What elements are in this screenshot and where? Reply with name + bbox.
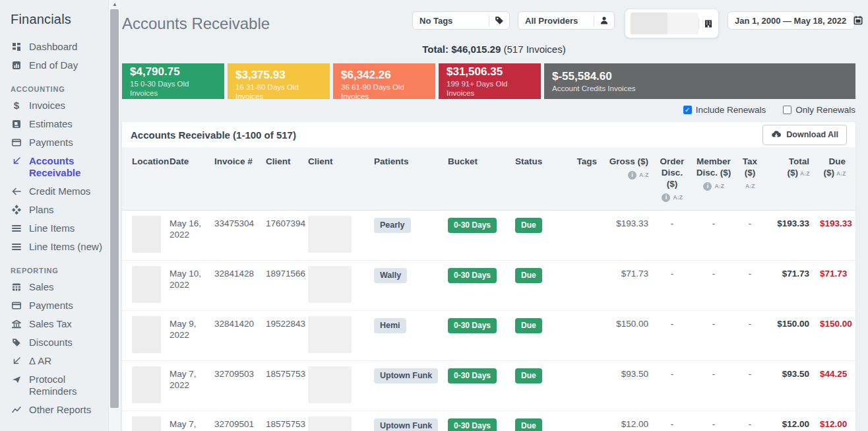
bank-icon [11, 318, 22, 330]
sidebar-item-sales[interactable]: Sales [11, 278, 104, 296]
patient-chip[interactable]: Uptown Funk [374, 368, 438, 383]
sidebar-item-credit-memos[interactable]: Credit Memos [11, 182, 104, 201]
column-header-due[interactable]: Due ($)A↓Z [815, 147, 855, 211]
column-label: Bucket [448, 156, 478, 166]
card-amount: $4,790.75 [130, 65, 216, 79]
table-row[interactable]: May 9, 20223284142019522843Hemi0-30 Days… [122, 311, 855, 361]
patient-chip[interactable]: Uptown Funk [374, 418, 438, 431]
sort-az-icon[interactable]: A↓Z [714, 181, 724, 192]
table-row[interactable]: May 7, 20223270950318575753Uptown Funk0-… [122, 361, 855, 411]
sidebar-item-accounts-receivable[interactable]: Accounts Receivable [11, 152, 104, 182]
sidebar-item-end-of-day[interactable]: End of Day [11, 56, 104, 75]
card-91-plus-days[interactable]: $31,506.35 199 91+ Days Old Invoices [439, 63, 541, 99]
sidebar-item-dashboard[interactable]: Dashboard [11, 38, 104, 56]
cell-invoice-number: 32841428 [209, 261, 261, 311]
table-row[interactable]: May 7, 20223270950118575753Uptown Funk0-… [122, 411, 855, 431]
table-row[interactable]: May 16, 20223347530417607394Pearly0-30 D… [122, 211, 855, 261]
date-range-picker[interactable]: Jan 1, 2000 — May 18, 2022 [728, 11, 855, 30]
sort-az-icon[interactable]: A↓Z [836, 170, 846, 177]
column-header-total[interactable]: Total ($)A↓Z [763, 147, 815, 211]
sidebar-item-ar[interactable]: Δ AR [11, 352, 104, 370]
sidebar-item-payments[interactable]: Payments [11, 296, 104, 315]
download-all-button[interactable]: Download All [762, 125, 847, 145]
sort-az-icon[interactable]: A↓Z [800, 170, 809, 177]
sidebar-item-label: Line Items (new) [29, 241, 102, 253]
column-label: Tags [576, 156, 597, 166]
status-badge: Due [515, 268, 542, 283]
sidebar-item-line-items-new[interactable]: Line Items (new) [11, 238, 104, 256]
redacted-location-text [667, 13, 698, 34]
checkbox-checked-icon[interactable]: ✓ [683, 106, 692, 114]
cell-total: $93.50 [763, 361, 815, 411]
cell-invoice-number: 32841420 [209, 311, 261, 361]
sidebar-item-other-reports[interactable]: Other Reports [11, 401, 104, 419]
card-label: 15 0-30 Days Old Invoices [130, 79, 216, 98]
column-header-order-disc[interactable]: Order Disc. ($)iA↓Z [654, 147, 691, 211]
checkbox-unchecked-icon[interactable] [783, 106, 791, 114]
sidebar-item-plans[interactable]: Plans [11, 201, 104, 219]
sidebar-item-label: Other Reports [29, 404, 91, 416]
page-title: Accounts Receivable [122, 15, 270, 33]
cell-due: $44.25 [815, 361, 855, 411]
column-header-invoice: Invoice # [209, 147, 261, 211]
redacted-location-text [631, 13, 667, 34]
table-icon [11, 281, 22, 293]
scroll-up-arrow-icon[interactable]: ▲ [109, 1, 121, 7]
cell-gross: $150.00 [602, 311, 654, 361]
sidebar-item-label: Sales [29, 281, 54, 293]
cell-bucket: 0-30 Days [443, 261, 510, 311]
credit-card-icon [11, 300, 22, 312]
card-label: 16 31-60 Days Old Invoices [235, 83, 322, 99]
sidebar-item-label: Accounts Receivable [29, 155, 104, 179]
sidebar-item-discounts[interactable]: Discounts [11, 333, 104, 352]
sidebar-item-protocol-reminders[interactable]: Protocol Reminders [11, 370, 104, 401]
column-header-gross[interactable]: Gross ($)iA↓Z [602, 147, 654, 211]
column-header-member-disc[interactable]: Member Disc. ($)iA↓Z [691, 147, 737, 211]
vertical-scrollbar[interactable]: ▲ [108, 0, 120, 431]
accounts-receivable-table: LocationDateInvoice #ClientClientPatient… [122, 147, 855, 431]
arrow-down-left-icon [11, 355, 22, 367]
column-label: Date [170, 156, 189, 166]
cell-tax: - [737, 411, 763, 431]
list-icon [11, 222, 22, 234]
only-renewals-checkbox[interactable]: Only Renewals [783, 105, 855, 115]
bucket-badge: 0-30 Days [448, 318, 497, 333]
tags-filter-dropdown[interactable]: No Tags [412, 11, 510, 30]
patient-chip[interactable]: Hemi [374, 318, 406, 333]
cell-patients: Uptown Funk [369, 361, 443, 411]
patient-chip[interactable]: Wally [374, 268, 407, 283]
cell-tags [561, 361, 602, 411]
sidebar-item-label: Payments [29, 300, 73, 312]
sidebar-item-sales-tax[interactable]: Sales Tax [11, 315, 104, 333]
providers-filter-value: All Providers [518, 16, 594, 26]
include-renewals-checkbox[interactable]: ✓ Include Renewals [683, 105, 766, 115]
sort-az-icon[interactable]: A↓Z [673, 192, 682, 203]
patient-chip[interactable]: Pearly [374, 218, 411, 233]
column-header-tax[interactable]: Tax ($)A↓Z [737, 147, 763, 211]
cell-due: $193.33 [815, 211, 855, 261]
sidebar-item-payments[interactable]: Payments [11, 133, 104, 152]
arrow-left-icon [11, 185, 22, 197]
sidebar-item-estimates[interactable]: Estimates [11, 115, 104, 133]
info-icon[interactable]: i [662, 193, 670, 202]
table-row[interactable]: May 10, 20223284142818971566Wally0-30 Da… [122, 261, 855, 311]
column-label: Client [266, 156, 291, 166]
sidebar-item-invoices[interactable]: $Invoices [11, 96, 104, 115]
sort-az-icon[interactable]: A↓Z [639, 170, 648, 181]
sidebar-item-label: Discounts [29, 337, 73, 348]
card-0-30-days[interactable]: $4,790.75 15 0-30 Days Old Invoices [122, 63, 224, 99]
card-account-credits[interactable]: $-55,584.60 Account Credits Invoices [544, 63, 855, 99]
redacted-client-name [308, 216, 352, 253]
providers-filter-dropdown[interactable]: All Providers [518, 11, 615, 30]
location-filter-dropdown[interactable] [625, 9, 719, 38]
info-icon[interactable]: i [628, 171, 636, 180]
card-label: 36 61-90 Days Old Invoices [341, 83, 427, 99]
cell-client-name [303, 211, 369, 261]
card-31-60-days[interactable]: $3,375.93 16 31-60 Days Old Invoices [228, 63, 330, 99]
sort-az-icon[interactable]: A↓Z [745, 181, 755, 192]
card-61-90-days[interactable]: $6,342.26 36 61-90 Days Old Invoices [333, 63, 435, 99]
sidebar-item-line-items[interactable]: Line Items [11, 219, 104, 238]
scrollbar-thumb[interactable] [110, 9, 119, 408]
info-icon[interactable]: i [703, 182, 712, 191]
total-summary: Total: $46,015.29 (517 Invoices) [120, 44, 868, 55]
